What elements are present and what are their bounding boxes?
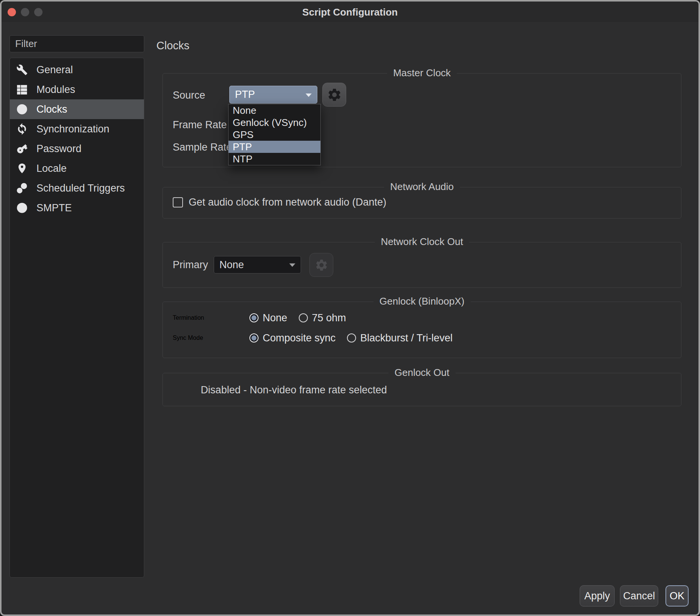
primary-dropdown-value: None [219,259,244,271]
sync-mode-label: Sync Mode [173,329,203,347]
window-title: Script Configuration [2,6,698,18]
filter-input[interactable]: Filter [9,35,144,52]
sidebar-item-smpte[interactable]: SMPTE [10,198,144,218]
termination-radio-group: None75 ohm [249,309,346,327]
sidebar-item-label: Password [36,143,82,155]
network-clock-out-legend: Network Clock Out [375,236,469,248]
master-clock-legend: Master Clock [387,67,457,79]
genlock-out-group: Genlock Out Disabled - Non-video frame r… [162,373,681,406]
termination-option-none[interactable]: None [249,312,287,324]
sidebar-item-label: Clocks [36,104,67,115]
smpte-clock-icon [16,201,28,214]
termination-radio-unselected[interactable] [299,313,308,322]
sidebar-item-clocks[interactable]: Clocks [10,99,144,119]
sidebar-item-label: Modules [36,84,75,96]
source-dropdown[interactable]: PTP [229,86,317,104]
network-audio-checkbox-label: Get audio clock from network audio (Dant… [189,196,386,208]
source-option-ptp[interactable]: PTP [229,141,320,153]
chevron-down-icon [289,263,295,267]
cancel-button[interactable]: Cancel [620,585,658,607]
sidebar-item-label: Locale [36,163,67,174]
sync-mode-option-label: Composite sync [263,332,336,344]
sync-icon [16,123,28,135]
primary-dropdown[interactable]: None [214,256,301,273]
clock-icon [16,103,28,116]
ok-button[interactable]: OK [665,585,689,607]
network-clock-out-group: Network Clock Out Primary None [162,242,681,288]
sidebar-item-label: Scheduled Triggers [36,182,125,194]
source-label: Source [173,86,205,104]
termination-option-label: 75 ohm [312,312,346,324]
network-audio-group: Network Audio Get audio clock from netwo… [162,187,681,218]
scheduled-clocks-icon [16,182,28,195]
termination-option-label: None [263,312,287,324]
primary-settings-button-disabled [309,253,333,277]
source-settings-button[interactable] [322,83,346,107]
wrench-icon [16,63,28,76]
source-option-genlock-vsync-[interactable]: Genlock (VSync) [229,116,320,129]
termination-radio-selected[interactable] [249,313,259,322]
sidebar-item-locale[interactable]: Locale [10,159,144,178]
apply-button[interactable]: Apply [580,585,615,607]
sync-mode-option-composite-sync[interactable]: Composite sync [249,332,336,344]
genlock-out-status-text: Disabled - Non-video frame rate selected [163,384,425,396]
source-option-none[interactable]: None [229,104,320,116]
network-audio-checkbox[interactable] [173,197,183,207]
network-audio-checkbox-row: Get audio clock from network audio (Dant… [173,196,386,208]
script-configuration-window: Script Configuration Filter GeneralModul… [0,0,700,616]
sidebar-item-general[interactable]: General [10,60,144,80]
primary-label: Primary [173,256,208,273]
sidebar-item-password[interactable]: Password [10,139,144,159]
frame-rate-label: Frame Rate [173,116,227,134]
sidebar-item-modules[interactable]: Modules [10,80,144,99]
gear-icon [327,87,342,102]
master-clock-group: Master Clock Source PTP Frame Rate Sampl… [162,73,681,167]
sidebar-item-label: General [36,64,73,76]
sync-mode-radio-unselected[interactable] [347,333,356,343]
sidebar-nav-list: GeneralModulesClocksSynchronizationPassw… [9,58,144,578]
sidebar-item-synchronization[interactable]: Synchronization [10,119,144,139]
network-audio-legend: Network Audio [384,181,460,193]
sync-mode-radio-group: Composite syncBlackburst / Tri-level [249,329,452,347]
page-title: Clocks [156,39,189,52]
source-option-gps[interactable]: GPS [229,129,320,141]
sidebar-item-label: SMPTE [36,202,72,214]
sample-rate-label: Sample Rate [173,138,232,156]
sidebar-item-scheduled-triggers[interactable]: Scheduled Triggers [10,178,144,198]
source-option-ntp[interactable]: NTP [229,153,320,165]
genlock-binloopx-legend: Genlock (BinloopX) [374,295,471,307]
source-dropdown-value: PTP [235,89,255,101]
modules-icon [16,83,28,96]
sidebar-item-label: Synchronization [36,123,109,135]
gear-icon [315,258,328,272]
termination-option-75-ohm[interactable]: 75 ohm [299,312,346,324]
genlock-binloopx-group: Genlock (BinloopX) Termination None75 oh… [162,302,681,358]
sync-mode-option-label: Blackburst / Tri-level [360,332,452,344]
key-icon [16,142,28,155]
termination-label: Termination [173,309,204,327]
sync-mode-radio-selected[interactable] [249,333,259,343]
title-bar: Script Configuration [2,2,698,22]
genlock-out-legend: Genlock Out [388,367,456,379]
source-dropdown-popup: NoneGenlock (VSync)GPSPTPNTP [228,104,321,165]
sync-mode-option-blackburst-tri-level[interactable]: Blackburst / Tri-level [347,332,452,344]
location-pin-icon [16,162,28,175]
chevron-down-icon [306,93,312,97]
